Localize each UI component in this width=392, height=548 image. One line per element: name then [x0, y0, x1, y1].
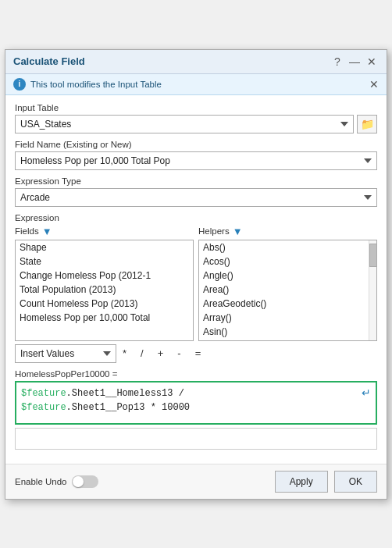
list-item[interactable]: State — [16, 254, 193, 269]
list-item[interactable]: Atan() — [199, 339, 367, 341]
enable-undo-toggle[interactable] — [72, 475, 98, 488]
helpers-scrollbar-thumb — [369, 244, 377, 267]
helpers-header: Helpers ▼ — [198, 226, 377, 237]
expr-line-2: $feature.Sheet1__Pop13 * 10000 — [21, 400, 371, 415]
divide-operator[interactable]: / — [137, 346, 147, 361]
list-item[interactable]: Abs() — [199, 240, 367, 254]
expr-code-green-1: $feature — [21, 388, 66, 399]
fields-helpers-row: Fields ▼ Shape State Change Homeless Pop… — [15, 226, 377, 341]
help-icon[interactable]: ? — [330, 55, 344, 69]
input-table-group: Input Table USA_States 📁 — [15, 103, 377, 133]
helpers-listbox[interactable]: Abs() Acos() Angle() Area() AreaGeodetic… — [198, 240, 377, 341]
expression-label: Expression — [15, 213, 377, 222]
list-item[interactable]: Change Homeless Pop (2012-1 — [16, 269, 193, 283]
title-bar-left: Calculate Field — [13, 55, 85, 67]
expr-variable-label: HomelessPopPer10000 = — [15, 369, 377, 379]
info-message: This tool modifies the Input Table — [30, 80, 162, 89]
helpers-col: Helpers ▼ Abs() Acos() Angle() Area() Ar… — [198, 226, 377, 341]
list-item[interactable]: Acos() — [199, 254, 367, 269]
info-icon: i — [13, 78, 26, 91]
fields-header: Fields ▼ — [15, 226, 194, 237]
list-item[interactable]: AreaGeodetic() — [199, 297, 367, 311]
close-icon[interactable]: ✕ — [365, 55, 379, 69]
field-name-dropdown[interactable]: Homeless Pop per 10,000 Total Pop — [15, 151, 377, 170]
operators-row: * / + - = — [119, 346, 377, 361]
apply-button[interactable]: Apply — [275, 471, 328, 493]
list-item[interactable]: Array() — [199, 311, 367, 325]
toggle-knob — [73, 476, 84, 487]
field-name-group: Field Name (Existing or New) Homeless Po… — [15, 140, 377, 170]
input-table-row: USA_States 📁 — [15, 115, 377, 133]
fields-label: Fields — [15, 226, 39, 236]
expr-code-green-2: $feature — [21, 402, 66, 413]
expression-section: Expression Fields ▼ Shape State Change H… — [15, 213, 377, 450]
return-icon[interactable]: ↵ — [362, 386, 371, 399]
title-icons: ? — ✕ — [330, 55, 379, 69]
expression-type-label: Expression Type — [15, 176, 377, 186]
title-bar: Calculate Field ? — ✕ — [5, 50, 387, 74]
input-table-dropdown[interactable]: USA_States — [15, 115, 354, 133]
fields-filter-icon[interactable]: ▼ — [42, 226, 52, 237]
expr-line-1: $feature.Sheet1__Homeless13 / — [21, 386, 371, 400]
helpers-label: Helpers — [198, 226, 230, 236]
field-name-label: Field Name (Existing or New) — [15, 140, 377, 149]
list-item[interactable]: Shape — [16, 240, 193, 254]
list-item[interactable]: Count Homeless Pop (2013) — [16, 297, 193, 311]
list-item[interactable]: Homeless Pop per 10,000 Total — [16, 311, 193, 325]
expression-type-group: Expression Type Arcade — [15, 176, 377, 207]
fields-col: Fields ▼ Shape State Change Homeless Pop… — [15, 226, 194, 341]
expr-code-black-2: .Sheet1__Pop13 * 10000 — [66, 402, 190, 413]
multiply-operator[interactable]: * — [119, 346, 130, 361]
equals-operator[interactable]: = — [192, 346, 205, 361]
info-bar-left: i This tool modifies the Input Table — [13, 78, 162, 91]
fields-listbox[interactable]: Shape State Change Homeless Pop (2012-1 … — [15, 240, 194, 341]
list-item[interactable]: Area() — [199, 283, 367, 297]
list-item[interactable]: Total Population (2013) — [16, 283, 193, 297]
helpers-list-inner: Abs() Acos() Angle() Area() AreaGeodetic… — [199, 240, 367, 341]
helpers-filter-icon[interactable]: ▼ — [233, 226, 243, 237]
list-item[interactable]: Angle() — [199, 269, 367, 283]
ok-button[interactable]: OK — [334, 471, 377, 493]
expr-extra-box — [15, 428, 377, 450]
input-table-label: Input Table — [15, 103, 377, 112]
folder-button[interactable]: 📁 — [357, 115, 377, 133]
calculate-field-dialog: Calculate Field ? — ✕ i This tool modifi… — [5, 49, 387, 500]
expr-code-black-1: .Sheet1__Homeless13 / — [66, 388, 184, 399]
dialog-content: Input Table USA_States 📁 Field Name (Exi… — [5, 95, 387, 464]
insert-values-row: Insert Values * / + - = — [15, 344, 377, 363]
plus-operator[interactable]: + — [155, 346, 167, 361]
minimize-icon[interactable]: — — [347, 55, 362, 69]
enable-undo-label: Enable Undo — [15, 477, 67, 486]
info-close-icon[interactable]: ✕ — [369, 79, 379, 90]
list-item[interactable]: Asin() — [199, 325, 367, 339]
minus-operator[interactable]: - — [174, 346, 184, 361]
expression-type-dropdown[interactable]: Arcade — [15, 188, 377, 207]
info-bar: i This tool modifies the Input Table ✕ — [5, 74, 387, 95]
dialog-title: Calculate Field — [13, 55, 85, 67]
insert-values-dropdown[interactable]: Insert Values — [15, 344, 116, 363]
bottom-bar: Enable Undo Apply OK — [5, 464, 387, 499]
helpers-scrollbar[interactable] — [369, 240, 376, 340]
expression-code-box[interactable]: $feature.Sheet1__Homeless13 / $feature.S… — [15, 381, 377, 425]
enable-undo-group: Enable Undo — [15, 475, 98, 488]
